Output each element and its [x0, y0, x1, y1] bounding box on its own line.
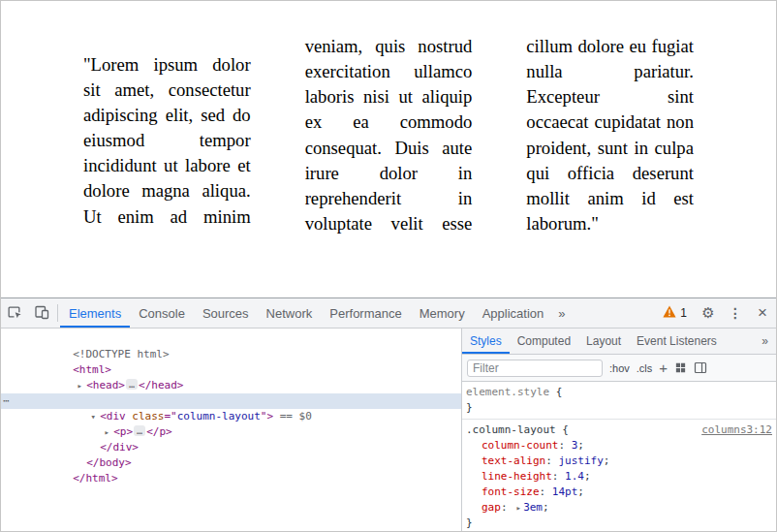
styles-filter-toolbar: :hov .cls + — [462, 355, 776, 382]
property-row-column-count[interactable]: column-count: 3; — [466, 438, 774, 454]
column-layout-rule-section: columns3:12 .column-layout { column-coun… — [462, 420, 776, 531]
chevron-double-icon: » — [761, 334, 768, 348]
close-brace: } — [466, 516, 473, 529]
open-brace: { — [549, 386, 562, 398]
close-icon: × — [758, 303, 767, 323]
styles-filter-input[interactable] — [467, 360, 603, 377]
tree-node-html-open[interactable]: <html> — [1, 347, 461, 362]
warning-count: 1 — [680, 306, 687, 320]
inspect-cursor-icon — [7, 304, 22, 323]
styles-rules-list: element.style { } columns3:12 .column-la… — [462, 382, 776, 531]
element-style-selector-row[interactable]: element.style { — [466, 385, 774, 400]
tab-event-listeners[interactable]: Event Listeners — [629, 329, 725, 354]
property-row-gap[interactable]: gap: ▸3em; — [466, 500, 774, 516]
element-style-close-row: } — [466, 400, 774, 416]
more-panels-button[interactable]: » — [552, 298, 571, 328]
grid-icon — [674, 361, 687, 374]
rendering-grid-icon-button[interactable] — [674, 361, 687, 374]
property-row-text-align[interactable]: text-align: justify; — [466, 454, 774, 469]
web-page-viewport: "Lorem ipsum dolor sit amet, consectetur… — [1, 1, 776, 297]
chevron-double-icon: » — [558, 306, 565, 321]
tree-node-body-close[interactable]: </body> — [1, 440, 461, 455]
lorem-paragraph: "Lorem ipsum dolor sit amet, consectetur… — [83, 34, 694, 240]
device-toolbar-icon — [34, 304, 49, 323]
more-sidebar-tabs-button[interactable]: » — [754, 329, 776, 354]
rule-close-row: } — [466, 516, 774, 531]
property-row-line-height[interactable]: line-height: 1.4; — [466, 469, 774, 485]
settings-gear-button[interactable]: ⚙ — [695, 298, 722, 328]
stylesheet-source-link[interactable]: columns3:12 — [701, 423, 772, 436]
tree-node-p[interactable]: ▸<p>…</p> — [1, 409, 461, 424]
tab-application[interactable]: Application — [474, 298, 553, 328]
styles-sidebar-pane: Styles Computed Layout Event Listeners »… — [461, 329, 776, 531]
element-style-section: element.style { } — [462, 382, 776, 420]
devtools-panel: Elements Console Sources Network Perform… — [1, 297, 776, 531]
toolbar-spacer — [572, 298, 656, 328]
browser-window: "Lorem ipsum dolor sit amet, consectetur… — [0, 0, 777, 532]
computed-sidebar-toggle-button[interactable] — [694, 361, 707, 374]
styles-tabbar: Styles Computed Layout Event Listeners » — [462, 329, 776, 355]
close-devtools-button[interactable]: × — [749, 298, 776, 328]
tree-node-doctype[interactable]: <!DOCTYPE html> — [1, 331, 461, 347]
expand-shorthand-arrow-icon[interactable]: ▸ — [513, 500, 523, 516]
tab-styles[interactable]: Styles — [462, 329, 510, 354]
tree-node-div-close[interactable]: </div> — [1, 424, 461, 440]
new-style-rule-button[interactable]: + — [659, 360, 668, 375]
column-layout-div: "Lorem ipsum dolor sit amet, consectetur… — [83, 34, 694, 240]
tree-node-head[interactable]: ▸<head>…</head> — [1, 362, 461, 378]
devtools-menu-button[interactable]: ⋮ — [722, 298, 749, 328]
inspect-element-button[interactable] — [1, 298, 28, 328]
property-row-font-size[interactable]: font-size: 14pt; — [466, 485, 774, 500]
tree-node-html-close[interactable]: </html> — [1, 455, 461, 471]
element-classes-button[interactable]: .cls — [637, 362, 653, 374]
warning-triangle-icon — [663, 305, 676, 321]
html-close-tag: </html> — [73, 472, 117, 485]
tab-sources[interactable]: Sources — [194, 298, 258, 328]
gear-icon: ⚙ — [701, 304, 714, 322]
toggle-element-state-button[interactable]: :hov — [609, 362, 630, 374]
page-body: "Lorem ipsum dolor sit amet, consectetur… — [1, 1, 776, 240]
devtools-body: <!DOCTYPE html> <html> ▸<head>…</head> ▾… — [1, 329, 776, 531]
tree-node-div-selected[interactable]: ⋯▾<div class="column-layout"> == $0 — [1, 393, 461, 409]
tab-performance[interactable]: Performance — [321, 298, 410, 328]
close-brace: } — [466, 401, 473, 414]
vertical-dots-icon: ⋮ — [729, 305, 742, 321]
tab-network[interactable]: Network — [258, 298, 322, 328]
tree-node-body-open[interactable]: ▾<body> — [1, 378, 461, 393]
node-actions-dots-icon[interactable]: ⋯ — [3, 393, 9, 409]
tab-console[interactable]: Console — [130, 298, 194, 328]
element-style-label: element.style — [466, 386, 549, 398]
open-brace: { — [556, 423, 569, 436]
rule-selector: .column-layout — [466, 423, 556, 436]
device-toolbar-button[interactable] — [28, 298, 55, 328]
tab-layout[interactable]: Layout — [578, 329, 629, 354]
tab-memory[interactable]: Memory — [411, 298, 474, 328]
devtools-toolbar: Elements Console Sources Network Perform… — [1, 298, 776, 329]
toolbar-separator — [57, 304, 58, 322]
sidebar-panel-icon — [694, 361, 707, 374]
tab-computed[interactable]: Computed — [510, 329, 578, 354]
tab-elements[interactable]: Elements — [60, 298, 130, 328]
elements-tree-pane: <!DOCTYPE html> <html> ▸<head>…</head> ▾… — [1, 329, 461, 531]
issues-warning-badge[interactable]: 1 — [655, 298, 695, 328]
